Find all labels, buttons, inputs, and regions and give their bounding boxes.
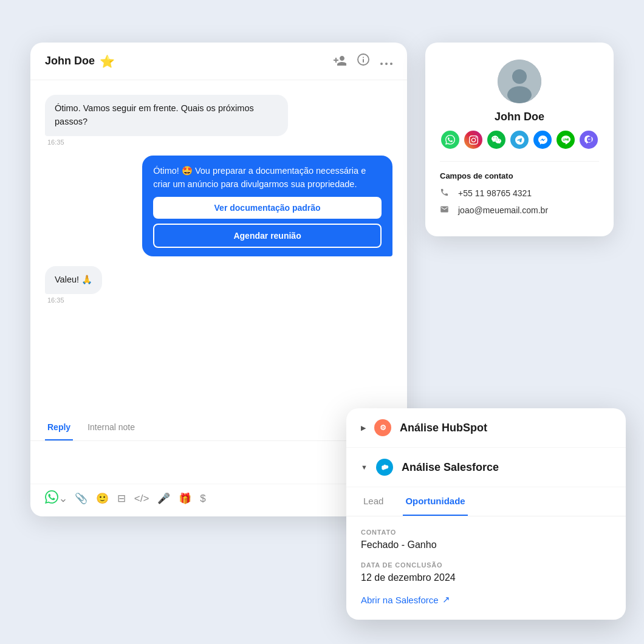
hubspot-row[interactable]: ▶ ⚙ Análise HubSpot — [346, 408, 626, 448]
salesforce-title: Análise Salesforce — [402, 461, 499, 474]
tab-oportunidade[interactable]: Oportunidade — [403, 487, 467, 516]
contato-label: CONTATO — [361, 529, 611, 536]
attachment-icon[interactable]: 📎 — [75, 492, 87, 505]
contact-email-row: joao@meuemail.com.br — [440, 205, 599, 216]
salesforce-content: CONTATO Fechado - Ganho DATA DE CONCLUSÃ… — [346, 516, 626, 620]
salesforce-tabs: Lead Oportunidade — [346, 487, 626, 516]
line-channel[interactable] — [557, 131, 575, 149]
svg-rect-1 — [363, 59, 364, 63]
add-person-icon[interactable] — [333, 53, 346, 69]
message-text: Valeu! 🙏 — [55, 275, 92, 284]
tab-reply[interactable]: Reply — [45, 415, 73, 440]
ver-documentacao-button[interactable]: Ver documentação padrão — [153, 197, 382, 219]
hubspot-title: Análise HubSpot — [400, 422, 487, 434]
bubble-left: Ótimo. Vamos seguir em frente. Quais os … — [45, 95, 288, 136]
email-icon — [440, 205, 452, 216]
hubspot-logo: ⚙ — [374, 419, 391, 436]
abrir-salesforce-link[interactable]: Abrir na Salesforce ↗ — [361, 594, 611, 605]
chat-header-right — [333, 53, 392, 69]
svg-point-3 — [380, 63, 383, 65]
message-text: Ótimo. Vamos seguir em frente. Quais os … — [55, 103, 254, 126]
contato-value: Fechado - Ganho — [361, 540, 611, 550]
template-icon[interactable]: ⊟ — [117, 492, 126, 505]
message-time: 16:35 — [45, 139, 288, 146]
salesforce-logo — [376, 459, 393, 476]
svg-point-2 — [363, 57, 364, 58]
svg-point-7 — [512, 69, 527, 84]
whatsapp-channel[interactable] — [441, 131, 459, 149]
phone-icon — [440, 188, 452, 199]
viber-channel[interactable] — [580, 131, 598, 149]
salesforce-expand-icon: ▼ — [361, 464, 368, 471]
instagram-channel[interactable] — [464, 131, 482, 149]
data-conclusao-label: DATA DE CONCLUSÃO — [361, 561, 611, 569]
crm-panel: ▶ ⚙ Análise HubSpot ▼ Análise Salesforce… — [346, 408, 626, 620]
contact-fields-title: Campos de contato — [440, 171, 599, 180]
svg-point-5 — [390, 63, 392, 65]
info-icon[interactable] — [357, 53, 369, 69]
code-icon[interactable]: </> — [134, 493, 149, 505]
contact-phone: +55 11 98765 4321 — [458, 188, 532, 198]
external-link-icon: ↗ — [442, 594, 450, 605]
star-icon: ⭐ — [100, 54, 115, 69]
chat-header-left: John Doe ⭐ — [45, 54, 115, 69]
message-row: Ótimo! 🤩 Vou preparar a documentação nec… — [142, 156, 392, 257]
whatsapp-dropdown-button[interactable] — [45, 490, 66, 507]
gift-icon[interactable]: 🎁 — [179, 492, 191, 505]
tab-internal-note[interactable]: Internal note — [85, 415, 137, 440]
bubble-left: Valeu! 🙏 — [45, 266, 102, 294]
tab-lead[interactable]: Lead — [361, 487, 386, 516]
telegram-channel[interactable] — [510, 131, 529, 149]
message-text: Ótimo! 🤩 Vou preparar a documentação nec… — [153, 166, 366, 189]
data-conclusao-value: 12 de dezembro 2024 — [361, 572, 611, 583]
contact-name: John Doe — [440, 111, 599, 123]
bubble-right: Ótimo! 🤩 Vou preparar a documentação nec… — [142, 156, 392, 257]
svg-point-8 — [507, 86, 532, 103]
messenger-channel[interactable] — [533, 131, 552, 149]
chat-messages: Ótimo. Vamos seguir em frente. Quais os … — [30, 80, 407, 415]
agendar-reuniao-button[interactable]: Agendar reunião — [153, 224, 382, 248]
contact-panel: John Doe Campos de contato — [425, 43, 614, 236]
emoji-icon[interactable]: 🙂 — [96, 492, 109, 505]
svg-point-4 — [385, 63, 388, 65]
salesforce-row[interactable]: ▼ Análise Salesforce — [346, 448, 626, 487]
message-row: Valeu! 🙏 16:35 — [45, 266, 102, 304]
chat-header: John Doe ⭐ — [30, 43, 407, 80]
wechat-channel[interactable] — [487, 131, 505, 149]
contact-name-header: John Doe — [45, 55, 95, 67]
contact-fields: Campos de contato +55 11 98765 4321 joao… — [440, 161, 599, 216]
message-row: Ótimo. Vamos seguir em frente. Quais os … — [45, 95, 288, 146]
more-options-icon[interactable] — [380, 54, 392, 68]
hubspot-expand-icon: ▶ — [361, 424, 366, 432]
contact-email: joao@meuemail.com.br — [458, 205, 548, 215]
contact-channels — [440, 131, 599, 149]
message-time: 16:35 — [45, 296, 102, 304]
audio-icon[interactable]: 🎤 — [157, 492, 170, 505]
contact-avatar — [498, 60, 541, 103]
contact-phone-row: +55 11 98765 4321 — [440, 188, 599, 199]
currency-icon[interactable]: $ — [200, 493, 205, 505]
